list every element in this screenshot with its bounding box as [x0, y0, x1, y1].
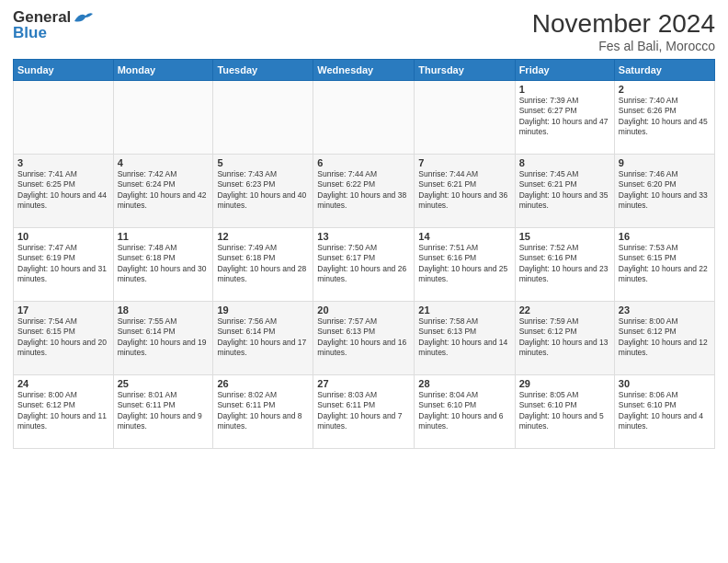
- calendar-cell: 22Sunrise: 7:59 AMSunset: 6:12 PMDayligh…: [515, 302, 614, 375]
- page-container: General Blue November 2024 Fes al Bali, …: [0, 0, 728, 458]
- calendar-table: Sunday Monday Tuesday Wednesday Thursday…: [13, 59, 715, 449]
- day-info: Sunrise: 7:44 AMSunset: 6:22 PMDaylight:…: [317, 169, 410, 212]
- day-info: Sunrise: 7:51 AMSunset: 6:16 PMDaylight:…: [418, 243, 510, 285]
- day-number: 24: [17, 378, 109, 389]
- day-number: 23: [619, 304, 711, 316]
- day-info: Sunrise: 7:40 AMSunset: 6:26 PMDaylight:…: [619, 96, 711, 138]
- calendar-cell: 27Sunrise: 8:03 AMSunset: 6:11 PMDayligh…: [313, 375, 415, 449]
- day-number: 15: [519, 231, 610, 242]
- day-number: 26: [217, 378, 309, 389]
- calendar-cell: 28Sunrise: 8:04 AMSunset: 6:10 PMDayligh…: [415, 375, 515, 449]
- day-number: 29: [519, 378, 610, 389]
- day-number: 12: [217, 231, 309, 242]
- day-number: 9: [619, 157, 711, 168]
- day-number: 18: [118, 304, 210, 316]
- calendar-cell: 18Sunrise: 7:55 AMSunset: 6:14 PMDayligh…: [113, 302, 213, 375]
- header-wednesday: Wednesday: [313, 60, 415, 81]
- header-saturday: Saturday: [614, 60, 714, 81]
- calendar-cell: 23Sunrise: 8:00 AMSunset: 6:12 PMDayligh…: [614, 302, 714, 375]
- calendar-cell: 12Sunrise: 7:49 AMSunset: 6:18 PMDayligh…: [213, 228, 313, 302]
- day-info: Sunrise: 7:56 AMSunset: 6:14 PMDaylight:…: [217, 316, 309, 359]
- week-row-1: 1Sunrise: 7:39 AMSunset: 6:27 PMDaylight…: [14, 81, 715, 155]
- calendar-cell: 15Sunrise: 7:52 AMSunset: 6:16 PMDayligh…: [515, 228, 614, 302]
- day-number: 10: [17, 231, 109, 242]
- calendar-cell: 6Sunrise: 7:44 AMSunset: 6:22 PMDaylight…: [313, 155, 415, 228]
- calendar-cell: 21Sunrise: 7:58 AMSunset: 6:13 PMDayligh…: [415, 302, 515, 375]
- day-info: Sunrise: 7:58 AMSunset: 6:13 PMDaylight:…: [418, 316, 510, 359]
- day-info: Sunrise: 7:55 AMSunset: 6:14 PMDaylight:…: [118, 316, 210, 359]
- calendar-cell: 2Sunrise: 7:40 AMSunset: 6:26 PMDaylight…: [614, 81, 714, 155]
- calendar-cell: 11Sunrise: 7:48 AMSunset: 6:18 PMDayligh…: [113, 228, 213, 302]
- calendar-cell: 24Sunrise: 8:00 AMSunset: 6:12 PMDayligh…: [14, 375, 114, 449]
- day-info: Sunrise: 8:04 AMSunset: 6:10 PMDaylight:…: [418, 390, 510, 432]
- calendar-cell: [415, 81, 515, 155]
- day-info: Sunrise: 7:50 AMSunset: 6:17 PMDaylight:…: [317, 243, 410, 285]
- calendar-cell: 13Sunrise: 7:50 AMSunset: 6:17 PMDayligh…: [313, 228, 415, 302]
- day-info: Sunrise: 7:57 AMSunset: 6:13 PMDaylight:…: [317, 316, 410, 359]
- calendar-cell: 29Sunrise: 8:05 AMSunset: 6:10 PMDayligh…: [515, 375, 614, 449]
- calendar-cell: 26Sunrise: 8:02 AMSunset: 6:11 PMDayligh…: [213, 375, 313, 449]
- day-number: 5: [217, 157, 309, 168]
- day-info: Sunrise: 7:42 AMSunset: 6:24 PMDaylight:…: [118, 169, 210, 212]
- logo-bird-icon: [73, 10, 93, 25]
- logo-blue: Blue: [13, 25, 93, 42]
- calendar-cell: [213, 81, 313, 155]
- day-info: Sunrise: 7:43 AMSunset: 6:23 PMDaylight:…: [217, 169, 309, 212]
- calendar-cell: 14Sunrise: 7:51 AMSunset: 6:16 PMDayligh…: [415, 228, 515, 302]
- day-number: 17: [17, 304, 109, 316]
- calendar-cell: 5Sunrise: 7:43 AMSunset: 6:23 PMDaylight…: [213, 155, 313, 228]
- day-info: Sunrise: 7:44 AMSunset: 6:21 PMDaylight:…: [418, 169, 510, 212]
- day-number: 2: [619, 84, 711, 95]
- calendar-cell: 1Sunrise: 7:39 AMSunset: 6:27 PMDaylight…: [515, 81, 614, 155]
- day-number: 22: [519, 304, 610, 316]
- day-info: Sunrise: 7:48 AMSunset: 6:18 PMDaylight:…: [118, 243, 210, 285]
- day-info: Sunrise: 7:54 AMSunset: 6:15 PMDaylight:…: [17, 316, 109, 359]
- calendar-cell: 8Sunrise: 7:45 AMSunset: 6:21 PMDaylight…: [515, 155, 614, 228]
- day-number: 14: [418, 231, 510, 242]
- week-row-4: 17Sunrise: 7:54 AMSunset: 6:15 PMDayligh…: [14, 302, 715, 375]
- day-number: 7: [418, 157, 510, 168]
- day-info: Sunrise: 8:01 AMSunset: 6:11 PMDaylight:…: [118, 390, 210, 432]
- day-number: 30: [619, 378, 711, 389]
- day-info: Sunrise: 7:59 AMSunset: 6:12 PMDaylight:…: [519, 316, 610, 359]
- calendar-cell: 9Sunrise: 7:46 AMSunset: 6:20 PMDaylight…: [614, 155, 714, 228]
- day-number: 1: [519, 84, 610, 95]
- calendar-cell: 16Sunrise: 7:53 AMSunset: 6:15 PMDayligh…: [614, 228, 714, 302]
- header-thursday: Thursday: [415, 60, 515, 81]
- day-number: 6: [317, 157, 410, 168]
- page-header: General Blue November 2024 Fes al Bali, …: [13, 9, 715, 53]
- day-number: 27: [317, 378, 410, 389]
- day-number: 20: [317, 304, 410, 316]
- calendar-cell: [313, 81, 415, 155]
- calendar-cell: 20Sunrise: 7:57 AMSunset: 6:13 PMDayligh…: [313, 302, 415, 375]
- day-info: Sunrise: 7:45 AMSunset: 6:21 PMDaylight:…: [519, 169, 610, 212]
- day-number: 28: [418, 378, 510, 389]
- week-row-3: 10Sunrise: 7:47 AMSunset: 6:19 PMDayligh…: [14, 228, 715, 302]
- weekday-header-row: Sunday Monday Tuesday Wednesday Thursday…: [14, 60, 715, 81]
- header-tuesday: Tuesday: [213, 60, 313, 81]
- calendar-cell: 10Sunrise: 7:47 AMSunset: 6:19 PMDayligh…: [14, 228, 114, 302]
- header-sunday: Sunday: [14, 60, 114, 81]
- day-info: Sunrise: 7:53 AMSunset: 6:15 PMDaylight:…: [619, 243, 711, 285]
- calendar-cell: [14, 81, 114, 155]
- day-number: 25: [118, 378, 210, 389]
- calendar-cell: [113, 81, 213, 155]
- calendar-cell: 19Sunrise: 7:56 AMSunset: 6:14 PMDayligh…: [213, 302, 313, 375]
- day-number: 13: [317, 231, 410, 242]
- day-info: Sunrise: 7:41 AMSunset: 6:25 PMDaylight:…: [17, 169, 109, 212]
- header-monday: Monday: [113, 60, 213, 81]
- week-row-2: 3Sunrise: 7:41 AMSunset: 6:25 PMDaylight…: [14, 155, 715, 228]
- day-info: Sunrise: 7:52 AMSunset: 6:16 PMDaylight:…: [519, 243, 610, 285]
- day-number: 11: [118, 231, 210, 242]
- calendar-cell: 4Sunrise: 7:42 AMSunset: 6:24 PMDaylight…: [113, 155, 213, 228]
- month-title: November 2024: [532, 9, 715, 39]
- day-number: 8: [519, 157, 610, 168]
- day-number: 19: [217, 304, 309, 316]
- day-info: Sunrise: 7:49 AMSunset: 6:18 PMDaylight:…: [217, 243, 309, 285]
- calendar-cell: 25Sunrise: 8:01 AMSunset: 6:11 PMDayligh…: [113, 375, 213, 449]
- week-row-5: 24Sunrise: 8:00 AMSunset: 6:12 PMDayligh…: [14, 375, 715, 449]
- day-number: 21: [418, 304, 510, 316]
- day-info: Sunrise: 8:02 AMSunset: 6:11 PMDaylight:…: [217, 390, 309, 432]
- day-info: Sunrise: 8:05 AMSunset: 6:10 PMDaylight:…: [519, 390, 610, 432]
- calendar-cell: 17Sunrise: 7:54 AMSunset: 6:15 PMDayligh…: [14, 302, 114, 375]
